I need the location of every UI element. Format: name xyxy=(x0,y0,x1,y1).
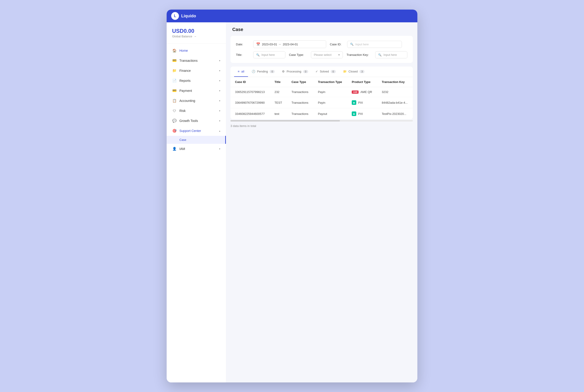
processing-badge: 0 xyxy=(303,70,308,73)
transactions-icon: 💳 xyxy=(172,58,177,63)
titlebar: L Liquido xyxy=(167,10,417,22)
cell-case-type: Transactions xyxy=(287,97,314,108)
sidebar-item-growth-tools[interactable]: 💬 Growth Tools ▾ xyxy=(167,116,226,126)
payment-icon: 💳 xyxy=(172,88,177,93)
title-placeholder: Input here xyxy=(262,53,275,56)
transaction-key-placeholder: Input here xyxy=(384,53,397,56)
cell-transaction-type: Payin xyxy=(314,87,348,97)
pending-badge: 0 xyxy=(270,70,275,73)
case-table: Case ID Title Case Type Transaction Type… xyxy=(230,77,413,119)
sidebar-item-support-center[interactable]: 🎯 Support Center ▴ xyxy=(167,126,226,136)
date-separator: – xyxy=(279,42,281,46)
sidebar-item-label: IAM xyxy=(180,147,185,151)
cell-transaction-type: Payout xyxy=(314,108,348,120)
calendar-icon: 📅 xyxy=(256,42,260,46)
date-range-input[interactable]: 📅 2023-03-01 – 2023-04-01 xyxy=(253,40,326,48)
pix-icon: ◆ xyxy=(352,112,356,116)
cell-title: 232 xyxy=(270,87,287,97)
support-center-icon: 🎯 xyxy=(172,128,177,133)
tab-pending[interactable]: 🕐 Pending 0 xyxy=(248,66,278,77)
chevron-down-icon: ▾ xyxy=(219,110,220,112)
filter-row-2: Title: 🔍 Input here Case Type: Please se… xyxy=(236,51,407,58)
cell-transaction-key: 3232 xyxy=(377,87,413,97)
sidebar-item-reports[interactable]: 📄 Reports ▾ xyxy=(167,76,226,86)
cell-transaction-key: TestPix-2023020... xyxy=(377,108,413,120)
app-name: Liquido xyxy=(181,14,196,18)
chevron-down-icon: ▾ xyxy=(219,89,220,92)
risk-icon: 🛡 xyxy=(172,108,177,113)
closed-badge: 3 xyxy=(360,70,364,73)
tab-solved[interactable]: ✓ Solved 0 xyxy=(312,66,340,77)
balance-arrow-icon[interactable]: → xyxy=(194,35,196,38)
cell-title: test xyxy=(270,108,287,120)
chevron-down-icon: ▾ xyxy=(219,69,220,72)
cell-product-type: ◆ PIX xyxy=(347,108,377,120)
app-window: L Liquido USD0.00 Global Balance → 🏠 Hom… xyxy=(167,10,417,382)
transaction-key-input[interactable]: 🔍 Input here xyxy=(375,51,407,58)
sidebar-item-label: Home xyxy=(180,49,188,52)
sidebar-divider xyxy=(167,44,226,44)
cell-case-id: 336499076706729990 xyxy=(230,97,270,108)
table-row[interactable]: 334608225944600577 test Transactions Pay… xyxy=(230,108,413,120)
sidebar: USD0.00 Global Balance → 🏠 Home 💳 Transa… xyxy=(167,22,226,382)
sidebar-item-label: Risk xyxy=(180,109,186,112)
sidebar-item-iam[interactable]: 👤 IAM ▾ xyxy=(167,144,226,154)
tab-all[interactable]: ≡ all xyxy=(234,66,248,77)
case-type-select[interactable]: Please select ▾ xyxy=(311,51,343,58)
table-row[interactable]: 336499076706729990 TEST Transactions Pay… xyxy=(230,97,413,108)
sidebar-item-finance[interactable]: 📁 Finance ▾ xyxy=(167,66,226,76)
sidebar-item-home[interactable]: 🏠 Home xyxy=(167,46,226,56)
filter-row-1: Date: 📅 2023-03-01 – 2023-04-01 Case ID:… xyxy=(236,40,407,48)
tab-closed[interactable]: 📁 Closed 3 xyxy=(340,66,368,77)
sidebar-item-transactions[interactable]: 💳 Transactions ▾ xyxy=(167,56,226,66)
title-input[interactable]: 🔍 Input here xyxy=(253,51,286,58)
date-to: 2023-04-01 xyxy=(283,42,298,46)
pending-icon: 🕐 xyxy=(252,70,255,73)
scrollbar-thumb xyxy=(230,120,340,122)
sidebar-item-risk[interactable]: 🛡 Risk ▾ xyxy=(167,106,226,116)
closed-icon: 📁 xyxy=(343,70,347,73)
finance-icon: 📁 xyxy=(172,68,177,73)
all-icon: ≡ xyxy=(238,70,240,73)
sidebar-item-label: Growth Tools xyxy=(180,119,198,122)
balance-label: Global Balance → xyxy=(172,35,220,38)
sidebar-item-label: Support Center xyxy=(180,129,201,133)
search-icon: 🔍 xyxy=(378,53,382,56)
tab-processing[interactable]: ⚙ Processing 0 xyxy=(278,66,312,77)
home-icon: 🏠 xyxy=(172,48,177,53)
case-type-label: Case Type: xyxy=(289,53,307,56)
case-id-label: Case ID: xyxy=(330,42,344,46)
main-layout: USD0.00 Global Balance → 🏠 Home 💳 Transa… xyxy=(167,22,417,382)
sidebar-item-label: Payment xyxy=(180,89,192,92)
sidebar-item-label: Reports xyxy=(180,79,190,82)
col-case-id: Case ID xyxy=(230,77,270,87)
col-product-type: Product Type xyxy=(347,77,377,87)
case-type-placeholder: Please select xyxy=(314,53,332,56)
sidebar-item-label: Transactions xyxy=(180,59,198,62)
total-count: 3 data items in total xyxy=(226,122,417,130)
col-case-type: Case Type xyxy=(287,77,314,87)
chevron-down-icon: ▾ xyxy=(219,99,220,102)
col-transaction-key: Transaction Key xyxy=(377,77,413,87)
title-label: Title: xyxy=(236,53,250,56)
chevron-down-icon: ▾ xyxy=(219,59,220,62)
cell-title: TEST xyxy=(270,97,287,108)
sidebar-subitem-case[interactable]: Case xyxy=(167,136,226,144)
sidebar-item-payment[interactable]: 💳 Payment ▾ xyxy=(167,86,226,96)
cell-case-id: 336529115707998213 xyxy=(230,87,270,97)
search-icon: 🔍 xyxy=(350,42,354,46)
sidebar-item-accounting[interactable]: 📋 Accounting ▾ xyxy=(167,96,226,106)
page-title: Case xyxy=(226,22,417,36)
table-row[interactable]: 336529115707998213 232 Transactions Payi… xyxy=(230,87,413,97)
case-id-input[interactable]: 🔍 Input here xyxy=(347,41,402,48)
chevron-down-icon: ▾ xyxy=(219,120,220,122)
tabs-bar: ≡ all 🕐 Pending 0 ⚙ Processing 0 ✓ Solve… xyxy=(230,66,413,77)
horizontal-scrollbar[interactable] xyxy=(230,120,413,122)
solved-icon: ✓ xyxy=(316,70,318,73)
growth-tools-icon: 💬 xyxy=(172,118,177,123)
balance-section: USD0.00 Global Balance → xyxy=(167,28,226,44)
balance-amount: USD0.00 xyxy=(172,28,220,34)
cell-case-id: 334608225944600577 xyxy=(230,108,270,120)
chevron-down-icon: ▾ xyxy=(219,79,220,82)
cell-product-type: ◆ PIX xyxy=(347,97,377,108)
